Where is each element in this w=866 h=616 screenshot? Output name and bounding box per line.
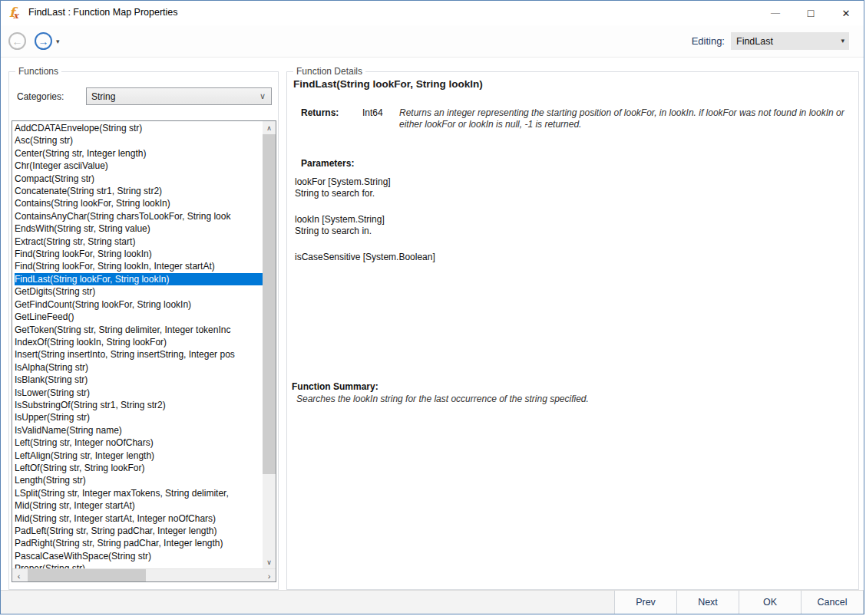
maximize-button[interactable]: □	[793, 1, 828, 25]
function-list-item[interactable]: Mid(String str, Integer startAt, Integer…	[15, 512, 263, 525]
fx-app-icon: fx	[9, 5, 20, 20]
scroll-up-icon[interactable]: ∧	[263, 121, 276, 134]
function-list-item[interactable]: IsLower(String str)	[15, 387, 263, 399]
parameters-label: Parameters:	[301, 158, 354, 169]
function-listbox: AddCDATAEnvelope(String str)Asc(String s…	[12, 120, 276, 582]
function-list-item[interactable]: PascalCaseWithSpace(String str)	[15, 550, 263, 562]
function-list-item[interactable]: LeftAlign(String str, Integer length)	[15, 450, 263, 462]
editing-section: Editing: FindLast ▾	[692, 32, 864, 50]
function-list-item[interactable]: GetToken(String str, String delimiter, I…	[15, 324, 263, 336]
editing-dropdown[interactable]: FindLast ▾	[731, 32, 849, 50]
forward-button[interactable]: →	[35, 32, 52, 50]
back-arrow-icon: ←	[12, 35, 23, 48]
back-button[interactable]: ←	[8, 32, 26, 50]
function-map-properties-dialog: fx FindLast : Function Map Properties — …	[0, 0, 864, 614]
close-button[interactable]: ✕	[828, 1, 864, 25]
function-summary-label: Function Summary:	[292, 381, 378, 392]
parameter-name: lookIn [System.String]	[295, 214, 679, 226]
parameter-block: lookFor [System.String]String to search …	[295, 176, 679, 199]
horizontal-scrollbar[interactable]: ‹ ›	[12, 568, 276, 581]
forward-dropdown-caret-icon[interactable]: ▾	[56, 38, 60, 45]
function-list-item[interactable]: GetDigits(String str)	[15, 285, 263, 298]
scroll-down-icon[interactable]: ∨	[263, 555, 276, 568]
function-list-item[interactable]: IsAlpha(String str)	[15, 361, 263, 374]
returns-description: Returns an integer representing the star…	[399, 107, 846, 130]
function-list-item[interactable]: IsSubstringOf(String str1, String str2)	[15, 399, 263, 411]
function-list-item[interactable]: AddCDATAEnvelope(String str)	[15, 122, 263, 134]
fx-icon-x: x	[13, 11, 18, 21]
parameter-block: isCaseSensitive [System.Boolean]	[295, 252, 679, 263]
functions-group-label: Functions	[15, 66, 61, 77]
forward-arrow-icon: →	[38, 35, 49, 48]
function-list-item[interactable]: IndexOf(String lookIn, String lookFor)	[15, 336, 263, 348]
categories-dropdown[interactable]: String ∨	[86, 87, 272, 105]
categories-dropdown-value: String	[91, 91, 115, 102]
parameter-description: String to search in.	[295, 226, 679, 237]
function-list-item[interactable]: Insert(String insertInto, String insertS…	[15, 348, 263, 361]
function-details-group-label: Function Details	[293, 66, 365, 77]
vertical-scrollbar-thumb[interactable]	[263, 134, 276, 474]
parameters-list: lookFor [System.String]String to search …	[295, 176, 679, 278]
function-list-item[interactable]: Concatenate(String str1, String str2)	[15, 185, 263, 197]
function-list-item[interactable]: Mid(String str, Integer startAt)	[15, 499, 263, 512]
minimize-button[interactable]: —	[758, 1, 793, 25]
function-list-item[interactable]: GetFindCount(String lookFor, String look…	[15, 298, 263, 311]
function-signature: FindLast(String lookFor, String lookIn)	[293, 78, 483, 90]
window-title: FindLast : Function Map Properties	[28, 7, 178, 18]
editing-dropdown-caret-icon: ▾	[841, 37, 845, 44]
function-list-item[interactable]: Left(String str, Integer noOfChars)	[15, 436, 263, 449]
functions-group: Functions Categories: String ∨ AddCDATAE…	[8, 71, 279, 590]
function-details-group: Function Details FindLast(String lookFor…	[286, 71, 859, 590]
function-list: AddCDATAEnvelope(String str)Asc(String s…	[12, 121, 263, 568]
editing-label: Editing:	[692, 35, 725, 47]
function-list-item[interactable]: IsUpper(String str)	[15, 411, 263, 423]
function-list-item-selected[interactable]: FindLast(String lookFor, String lookIn)	[15, 273, 263, 285]
minimize-icon: —	[771, 8, 780, 18]
next-button[interactable]: Next	[676, 591, 739, 614]
function-list-item[interactable]: PadRight(String str, String padChar, Int…	[15, 537, 263, 549]
function-summary-text: Searches the lookIn string for the last …	[296, 394, 843, 404]
function-list-item[interactable]: EndsWith(String str, String value)	[15, 222, 263, 235]
function-list-item[interactable]: Chr(Integer asciiValue)	[15, 160, 263, 172]
cancel-button[interactable]: Cancel	[801, 591, 864, 614]
close-icon: ✕	[842, 8, 851, 19]
scroll-left-icon[interactable]: ‹	[12, 569, 25, 582]
function-list-item[interactable]: ContainsAnyChar(String charsToLookFor, S…	[15, 210, 263, 222]
parameter-block: lookIn [System.String]String to search i…	[295, 214, 679, 237]
function-list-item[interactable]: Proper(String str)	[15, 562, 263, 568]
function-list-item[interactable]: PadLeft(String str, String padChar, Inte…	[15, 525, 263, 537]
function-list-item[interactable]: Length(String str)	[15, 474, 263, 486]
function-list-item[interactable]: Center(String str, Integer length)	[15, 147, 263, 160]
navigation-toolbar: ← → ▾ Editing: FindLast ▾	[1, 25, 864, 58]
horizontal-scrollbar-thumb[interactable]	[28, 569, 146, 581]
footer-button-bar: PrevNextOKCancel	[1, 590, 864, 614]
title-bar: fx FindLast : Function Map Properties — …	[1, 1, 864, 25]
categories-label: Categories:	[17, 91, 64, 102]
function-list-item[interactable]: Extract(String str, String start)	[15, 236, 263, 248]
editing-dropdown-value: FindLast	[736, 36, 773, 47]
maximize-icon: □	[808, 7, 814, 19]
function-list-item[interactable]: GetLineFeed()	[15, 311, 263, 323]
categories-dropdown-chevron-icon: ∨	[259, 91, 266, 101]
returns-label: Returns:	[301, 107, 339, 118]
function-list-item[interactable]: Contains(String lookFor, String lookIn)	[15, 197, 263, 209]
function-list-item[interactable]: Asc(String str)	[15, 134, 263, 147]
ok-button[interactable]: OK	[739, 591, 802, 614]
function-list-item[interactable]: Compact(String str)	[15, 173, 263, 185]
function-list-item[interactable]: IsValidName(String name)	[15, 424, 263, 436]
function-list-item[interactable]: Find(String lookFor, String lookIn, Inte…	[15, 260, 263, 272]
scroll-right-icon[interactable]: ›	[263, 569, 276, 582]
parameter-description: String to search for.	[295, 188, 679, 199]
function-list-item[interactable]: Find(String lookFor, String lookIn)	[15, 248, 263, 260]
function-list-item[interactable]: IsBlank(String str)	[15, 374, 263, 386]
vertical-scrollbar[interactable]: ∧ ∨	[263, 121, 276, 568]
parameter-name: lookFor [System.String]	[295, 176, 679, 188]
function-list-item[interactable]: LSplit(String str, Integer maxTokens, St…	[15, 487, 263, 499]
parameter-name: isCaseSensitive [System.Boolean]	[295, 252, 679, 263]
returns-type: Int64	[362, 107, 383, 118]
function-list-item[interactable]: LeftOf(String str, String lookFor)	[15, 462, 263, 474]
prev-button[interactable]: Prev	[614, 591, 677, 614]
